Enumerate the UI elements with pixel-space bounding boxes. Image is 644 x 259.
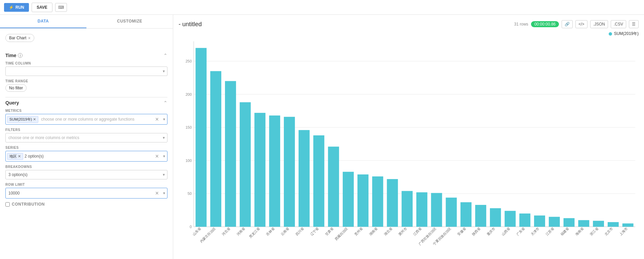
svg-rect-32 bbox=[328, 146, 339, 227]
metrics-placeholder: choose one or more columns or aggregate … bbox=[40, 117, 136, 122]
query-collapse-icon[interactable]: ⌃ bbox=[163, 100, 167, 105]
time-collapse-icon[interactable]: ⌃ bbox=[163, 53, 167, 58]
no-filter-badge: No filter bbox=[5, 84, 167, 92]
csv-button[interactable]: .CSV bbox=[611, 20, 626, 28]
svg-text:江西省: 江西省 bbox=[413, 227, 422, 236]
svg-text:100: 100 bbox=[186, 159, 192, 163]
time-column-wrapper bbox=[5, 67, 167, 76]
svg-rect-72 bbox=[622, 223, 634, 227]
save-button[interactable]: SAVE bbox=[32, 3, 52, 12]
series-options-text: 2 option(s) bbox=[25, 154, 44, 159]
breakdowns-label: BREAKDOWNS bbox=[5, 165, 167, 169]
chart-type-close-icon[interactable]: ✕ bbox=[28, 36, 31, 40]
no-filter-label: No filter bbox=[9, 86, 23, 90]
svg-rect-38 bbox=[372, 176, 383, 227]
more-options-button[interactable]: ☰ bbox=[629, 20, 639, 28]
time-range-label: TIME RANGE bbox=[5, 79, 167, 83]
metrics-label: METRICS bbox=[5, 109, 167, 113]
time-info-icon: i bbox=[18, 53, 23, 58]
right-panel: - untitled 31 rows 00:00:00.86 🔗 </> .JS… bbox=[173, 15, 644, 259]
metrics-select[interactable]: SUM(2019年) ✕ choose one or more columns … bbox=[5, 114, 167, 125]
chart-title: - untitled bbox=[179, 21, 202, 28]
metrics-tag: SUM(2019年) ✕ bbox=[7, 116, 38, 123]
svg-rect-54 bbox=[490, 208, 501, 227]
breakdowns-select[interactable]: 3 option(s) bbox=[5, 170, 167, 179]
no-filter-button[interactable]: No filter bbox=[5, 84, 27, 92]
keyboard-shortcut-button[interactable]: ⌨ bbox=[55, 3, 67, 12]
svg-rect-22 bbox=[255, 113, 266, 227]
chart-type-section: Bar Chart ✕ bbox=[5, 34, 167, 47]
svg-text:吉林省: 吉林省 bbox=[265, 227, 275, 236]
svg-text:山西省: 山西省 bbox=[501, 227, 510, 236]
query-section-title: Query bbox=[5, 100, 19, 105]
svg-text:重庆市: 重庆市 bbox=[486, 227, 496, 236]
json-button[interactable]: .JSON bbox=[590, 20, 608, 28]
svg-rect-64 bbox=[564, 218, 575, 227]
tab-customize[interactable]: CUSTOMIZE bbox=[86, 15, 173, 28]
run-icon: ⚡ bbox=[9, 5, 14, 10]
svg-rect-70 bbox=[608, 222, 619, 227]
filters-label: FILTERS bbox=[5, 128, 167, 132]
series-tag-remove[interactable]: ✕ bbox=[18, 155, 21, 158]
svg-text:150: 150 bbox=[186, 125, 192, 129]
row-limit-dropdown-arrow: ▾ bbox=[163, 191, 165, 196]
series-dropdown-arrow: ▾ bbox=[163, 154, 165, 159]
svg-text:黑龙江省: 黑龙江省 bbox=[248, 227, 260, 239]
tab-data[interactable]: DATA bbox=[0, 15, 86, 28]
contribution-row: CONTRIBUTION bbox=[5, 202, 167, 207]
svg-text:天津市: 天津市 bbox=[530, 227, 540, 236]
code-icon-button[interactable]: </> bbox=[575, 20, 587, 28]
row-limit-select[interactable]: 10000 ✕ ▾ bbox=[5, 188, 167, 199]
time-column-select[interactable] bbox=[5, 67, 167, 76]
metrics-tag-remove[interactable]: ✕ bbox=[33, 118, 36, 121]
svg-text:安徽省: 安徽省 bbox=[457, 227, 466, 236]
svg-text:0: 0 bbox=[190, 225, 192, 229]
chart-area: 050100150200250山东省内蒙古自治区河北省河南省黑龙江省吉林省云南省… bbox=[179, 38, 639, 254]
svg-text:海南省: 海南省 bbox=[574, 227, 584, 236]
svg-rect-66 bbox=[578, 220, 589, 227]
svg-rect-46 bbox=[431, 193, 442, 227]
run-button[interactable]: ⚡ RUN bbox=[4, 3, 29, 12]
svg-text:福建省: 福建省 bbox=[560, 227, 569, 236]
svg-text:甘肃省: 甘肃省 bbox=[324, 227, 334, 236]
svg-text:西藏自治区: 西藏自治区 bbox=[334, 227, 349, 241]
save-label: SAVE bbox=[37, 5, 47, 10]
share-icon-button[interactable]: 🔗 bbox=[562, 20, 573, 28]
row-limit-clear-icon[interactable]: ✕ bbox=[155, 190, 159, 196]
svg-rect-58 bbox=[519, 214, 530, 227]
time-section-title: Time i bbox=[5, 53, 23, 58]
svg-text:湖北省: 湖北省 bbox=[383, 227, 393, 236]
svg-text:内蒙古自治区: 内蒙古自治区 bbox=[199, 227, 216, 244]
svg-rect-30 bbox=[313, 135, 325, 227]
svg-rect-52 bbox=[475, 205, 486, 227]
tabs: DATA CUSTOMIZE bbox=[0, 15, 173, 29]
svg-rect-62 bbox=[549, 217, 560, 227]
row-limit-label: ROW LIMIT bbox=[5, 183, 167, 186]
toolbar: ⚡ RUN SAVE ⌨ bbox=[0, 0, 644, 15]
svg-rect-24 bbox=[269, 116, 280, 227]
svg-text:陕西省: 陕西省 bbox=[471, 227, 481, 236]
contribution-checkbox[interactable] bbox=[5, 202, 10, 207]
row-limit-value: 10000 bbox=[8, 191, 20, 196]
svg-rect-36 bbox=[357, 174, 369, 227]
svg-rect-42 bbox=[402, 191, 413, 227]
series-label: SERIES bbox=[5, 146, 167, 149]
svg-text:山东省: 山东省 bbox=[192, 227, 201, 236]
filters-select[interactable]: choose one or more columns or metrics bbox=[5, 133, 167, 142]
metrics-dropdown-arrow: ▾ bbox=[163, 117, 165, 122]
svg-text:浙江省: 浙江省 bbox=[589, 227, 599, 236]
svg-rect-68 bbox=[593, 221, 604, 227]
series-clear-icon[interactable]: ✕ bbox=[155, 154, 159, 159]
svg-rect-50 bbox=[460, 202, 471, 227]
svg-text:河南省: 河南省 bbox=[236, 227, 246, 236]
contribution-label: CONTRIBUTION bbox=[12, 202, 45, 207]
svg-rect-20 bbox=[240, 102, 251, 227]
breakdowns-wrapper: 3 option(s) bbox=[5, 170, 167, 179]
legend-dot bbox=[609, 32, 612, 36]
metrics-clear-icon[interactable]: ✕ bbox=[155, 117, 159, 122]
chart-legend: SUM(2019年) bbox=[179, 31, 639, 37]
chart-meta: 31 rows 00:00:00.86 🔗 </> .JSON .CSV ☰ bbox=[514, 20, 639, 28]
series-select[interactable]: 地区 ✕ 2 option(s) ✕ ▾ bbox=[5, 151, 167, 162]
left-panel-content: Bar Chart ✕ Time i ⌃ TIME COLUMN bbox=[0, 29, 173, 259]
chart-type-badge[interactable]: Bar Chart ✕ bbox=[5, 34, 34, 42]
